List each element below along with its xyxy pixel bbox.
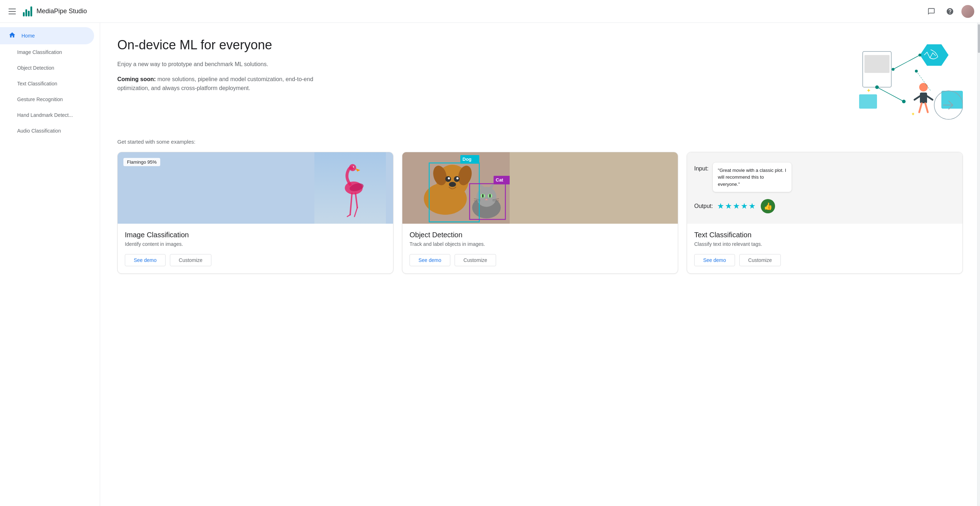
avatar[interactable] (961, 5, 974, 18)
app-title: MediaPipe Studio (37, 8, 87, 15)
svg-line-11 (919, 103, 922, 112)
sidebar-item-label: Gesture Recognition (17, 97, 63, 102)
hero-section: On-device ML for everyone Enjoy a new wa… (117, 37, 963, 124)
svg-text:✦: ✦ (866, 87, 871, 94)
svg-text:✦: ✦ (911, 111, 915, 117)
card-description: Track and label objects in images. (409, 241, 671, 247)
card-image-detection: Dog Cat (402, 152, 678, 224)
rating-stars: ★★★★★ (717, 201, 756, 211)
svg-point-40 (457, 177, 458, 179)
card-image-classification: Flamingo 95% (117, 152, 393, 274)
svg-line-9 (915, 96, 920, 100)
thumbs-up-icon: 👍 (761, 199, 775, 213)
sidebar-item-label: Image Classification (17, 49, 62, 55)
card-description: Classify text into relevant tags. (694, 241, 955, 247)
svg-point-24 (349, 164, 356, 171)
svg-point-49 (489, 194, 491, 198)
sidebar-item-text-classification[interactable]: Text Classification (0, 76, 94, 92)
sidebar-item-object-detection[interactable]: Object Detection (0, 60, 94, 76)
output-label: Output: (694, 203, 713, 209)
card-image: Flamingo 95% (118, 152, 393, 224)
hero-illustration: ✦ ✦ (841, 37, 963, 124)
topbar: MediaPipe Studio (0, 0, 980, 23)
sidebar-item-home[interactable]: Home (0, 27, 94, 44)
sidebar-item-home-label: Home (21, 33, 35, 39)
svg-line-10 (927, 96, 932, 100)
hero-coming-soon: Coming soon: more solutions, pipeline an… (117, 75, 339, 93)
hero-description: Enjoy a new way to prototype and benchma… (117, 60, 339, 69)
logo-icon (23, 6, 32, 16)
card-actions: See demo Customize (687, 254, 963, 273)
sidebar: Home Image Classification Object Detecti… (0, 23, 100, 506)
layout: Home Image Classification Object Detecti… (0, 23, 980, 506)
svg-line-12 (925, 103, 928, 112)
see-demo-button[interactable]: See demo (409, 254, 450, 266)
sidebar-item-label: Text Classification (17, 81, 57, 86)
hero-text: On-device ML for everyone Enjoy a new wa… (117, 37, 339, 98)
card-title: Text Classification (694, 231, 955, 239)
card-body: Text Classification Classify text into r… (687, 224, 963, 247)
svg-line-16 (877, 87, 904, 102)
sidebar-item-hand-landmark[interactable]: Hand Landmark Detect... (0, 107, 94, 123)
svg-point-4 (892, 68, 894, 71)
flamingo-detection-label: Flamingo 95% (123, 158, 160, 166)
card-actions: See demo Customize (118, 254, 393, 273)
cards-row: Flamingo 95% (117, 152, 963, 274)
scrollbar[interactable] (977, 23, 980, 506)
svg-rect-13 (859, 94, 877, 109)
svg-text:Cat: Cat (496, 177, 504, 182)
card-title: Image Classification (125, 231, 386, 239)
card-description: Identify content in images. (125, 241, 386, 247)
svg-point-48 (482, 194, 484, 198)
feedback-button[interactable] (924, 4, 939, 19)
input-label: Input: (694, 165, 708, 172)
card-body: Object Detection Track and label objects… (402, 224, 678, 247)
menu-button[interactable] (6, 6, 19, 17)
topbar-left: MediaPipe Studio (6, 6, 924, 17)
card-title: Object Detection (409, 231, 671, 239)
svg-point-41 (449, 182, 456, 187)
main-content: On-device ML for everyone Enjoy a new wa… (100, 23, 980, 506)
sidebar-item-audio-classification[interactable]: Audio Classification (0, 123, 94, 139)
help-button[interactable] (943, 4, 957, 19)
input-text-box: "Great movie with a classic plot. I will… (713, 163, 792, 192)
card-text-scene: Input: "Great movie with a classic plot.… (687, 152, 963, 224)
topbar-right (924, 4, 974, 19)
text-demo-content: Input: "Great movie with a classic plot.… (694, 163, 955, 214)
svg-line-3 (893, 55, 920, 69)
sidebar-item-gesture-recognition[interactable]: Gesture Recognition (0, 92, 94, 107)
sidebar-item-image-classification[interactable]: Image Classification (0, 44, 94, 60)
svg-rect-8 (920, 92, 927, 103)
svg-text:Dog: Dog (463, 157, 471, 162)
svg-point-7 (919, 83, 928, 92)
sidebar-item-label: Object Detection (17, 65, 54, 71)
customize-button[interactable]: Customize (739, 254, 781, 266)
sidebar-item-label: Hand Landmark Detect... (17, 112, 73, 118)
see-demo-button[interactable]: See demo (694, 254, 735, 266)
card-actions: See demo Customize (402, 254, 678, 273)
examples-label: Get started with some examples: (117, 139, 963, 145)
svg-rect-1 (864, 55, 889, 73)
text-output-row: Output: ★★★★★ 👍 (694, 199, 955, 213)
card-text-classification: Input: "Great movie with a classic plot.… (687, 152, 963, 274)
svg-point-39 (448, 177, 450, 179)
text-input-row: Input: "Great movie with a classic plot.… (694, 163, 955, 192)
customize-button[interactable]: Customize (455, 254, 496, 266)
card-body: Image Classification Identify content in… (118, 224, 393, 247)
home-icon (9, 32, 16, 40)
customize-button[interactable]: Customize (170, 254, 212, 266)
sidebar-item-label: Audio Classification (17, 128, 61, 134)
hero-title: On-device ML for everyone (117, 37, 339, 52)
scrollbar-thumb[interactable] (978, 24, 980, 53)
svg-point-26 (354, 167, 355, 167)
card-object-detection: Dog Cat Object Detection Track and label… (402, 152, 678, 274)
svg-point-5 (918, 54, 921, 57)
see-demo-button[interactable]: See demo (125, 254, 165, 266)
